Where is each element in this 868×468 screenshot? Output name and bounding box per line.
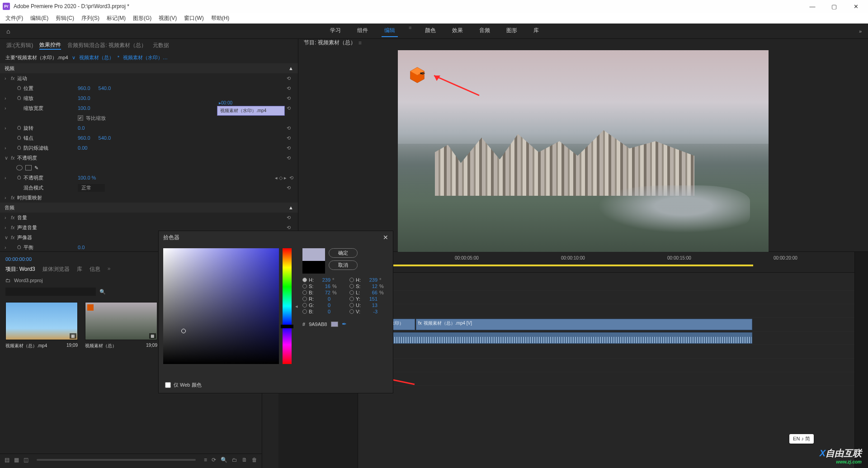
radio-y[interactable] xyxy=(349,297,354,301)
ws-tab-editing[interactable]: 编辑 xyxy=(382,25,398,37)
cancel-button[interactable]: 取消 xyxy=(329,260,358,270)
prop-time-remap[interactable]: 时间重映射 xyxy=(17,194,71,201)
rgb-g[interactable]: 0 xyxy=(317,303,330,308)
radio-r[interactable] xyxy=(302,297,307,301)
thumb-item[interactable]: ▦ 视频素材（总）.mp419;09 xyxy=(5,302,78,349)
ws-tab-effects[interactable]: 效果 xyxy=(449,25,466,37)
prop-volume[interactable]: 音量 xyxy=(17,214,71,221)
reset-icon[interactable]: ⟲ xyxy=(287,225,293,231)
eyedropper-icon[interactable]: ✒ xyxy=(342,321,347,327)
menu-edit[interactable]: 编辑(E) xyxy=(28,14,51,22)
close-icon[interactable]: ✕ xyxy=(383,234,388,241)
menu-clip[interactable]: 剪辑(C) xyxy=(53,14,77,22)
thumb-size-slider[interactable] xyxy=(37,459,196,461)
blend-mode-select[interactable]: 正常 xyxy=(78,184,105,192)
rect-mask-icon[interactable] xyxy=(25,165,32,170)
reset-icon[interactable]: ⟲ xyxy=(287,135,293,141)
ws-tab-audio[interactable]: 音频 xyxy=(476,25,493,37)
ellipse-mask-icon[interactable] xyxy=(16,165,23,170)
ws-tab-library[interactable]: 库 xyxy=(531,25,542,37)
menu-help[interactable]: 帮助(H) xyxy=(208,14,232,22)
project-search-input[interactable] xyxy=(5,288,96,296)
yuv-v[interactable]: -3 xyxy=(364,309,377,314)
yuv-y[interactable]: 151 xyxy=(364,296,377,302)
tab-media-browser[interactable]: 媒体浏览器 xyxy=(42,265,70,273)
anchor-x[interactable]: 960.0 xyxy=(78,135,90,141)
antiflicker-value[interactable]: 0.00 xyxy=(78,145,87,151)
reset-icon[interactable]: ⟲ xyxy=(287,95,293,101)
hsb-b[interactable]: 72 xyxy=(317,290,330,295)
color-field[interactable] xyxy=(163,248,279,364)
scale-w-value[interactable]: 100.0 xyxy=(78,105,90,111)
prop-panner[interactable]: 声像器 xyxy=(17,234,71,241)
automate-icon[interactable]: ⟳ xyxy=(212,457,216,463)
icon-view-icon[interactable]: ▦ xyxy=(14,457,19,463)
sort-icon[interactable]: ≡ xyxy=(204,457,207,463)
program-monitor[interactable]: ✒ xyxy=(298,47,868,262)
menu-graphic[interactable]: 图形(G) xyxy=(130,14,154,22)
rotation-value[interactable]: 0.0 xyxy=(78,125,85,131)
hsb-h[interactable]: 239 xyxy=(317,277,330,283)
find-icon[interactable]: 🔍 xyxy=(221,457,227,463)
tab-info[interactable]: 信息 xyxy=(90,265,100,273)
web-only-checkbox[interactable] xyxy=(165,382,171,388)
radio-u[interactable] xyxy=(349,303,354,307)
mini-timeline-clip[interactable]: 视频素材（水印）.mp4 xyxy=(217,106,285,116)
reset-icon[interactable]: ⟲ xyxy=(287,145,293,151)
menu-view[interactable]: 视图(V) xyxy=(156,14,179,22)
project-folder-name[interactable]: Word3.prproj xyxy=(14,278,42,283)
position-y[interactable]: 540.0 xyxy=(99,85,111,91)
color-indicator[interactable] xyxy=(181,329,186,333)
reset-icon[interactable]: ⟲ xyxy=(287,155,293,161)
ws-tab-color[interactable]: 颜色 xyxy=(422,25,439,37)
breadcrumb-clip[interactable]: 视频素材（水印）… xyxy=(123,54,168,61)
reset-icon[interactable]: ⟲ xyxy=(287,85,293,91)
ws-tab-graphics[interactable]: 图形 xyxy=(504,25,520,37)
tab-audio-mixer[interactable]: 音频剪辑混合器: 视频素材（总） xyxy=(67,42,146,49)
balance-value[interactable]: 0.0 xyxy=(78,245,85,250)
rgb-r[interactable]: 0 xyxy=(317,296,330,302)
tab-project[interactable]: 项目: Word3 xyxy=(5,265,35,273)
home-icon[interactable]: ⌂ xyxy=(0,28,16,35)
bin-icon[interactable]: 🗀 xyxy=(5,278,10,283)
timeline-clip-a1[interactable] xyxy=(360,332,752,344)
tab-libraries[interactable]: 库 xyxy=(77,265,82,273)
radio-bl[interactable] xyxy=(302,309,307,314)
radio-l[interactable] xyxy=(349,290,354,295)
search-icon[interactable]: 🔍 xyxy=(99,289,106,295)
pen-mask-icon[interactable]: ✎ xyxy=(34,165,41,170)
prop-opacity-header[interactable]: 不透明度 xyxy=(17,155,71,161)
new-bin-icon[interactable]: 🗀 xyxy=(232,457,237,463)
breadcrumb-seq[interactable]: 视频素材（总） xyxy=(79,54,114,61)
hue-slider[interactable] xyxy=(283,248,292,364)
hsb-s[interactable]: 16 xyxy=(317,284,330,289)
minimize-button[interactable]: — xyxy=(806,3,819,10)
trash-icon[interactable]: 🗑 xyxy=(252,457,257,463)
reset-icon[interactable]: ⟲ xyxy=(287,215,293,221)
menu-file[interactable]: 文件(F) xyxy=(3,14,26,22)
yuv-u[interactable]: 13 xyxy=(364,303,377,308)
hsl-l[interactable]: 66 xyxy=(364,290,377,295)
uniform-scale-checkbox[interactable]: ✓ xyxy=(78,115,83,121)
ws-tab-assembly[interactable]: 组件 xyxy=(354,25,371,37)
anchor-y[interactable]: 540.0 xyxy=(99,135,111,141)
rgb-b[interactable]: 0 xyxy=(317,309,330,314)
hex-value[interactable]: 9A9AB8 xyxy=(309,321,327,327)
reset-icon[interactable]: ⟲ xyxy=(287,76,293,81)
radio-g[interactable] xyxy=(302,303,307,307)
new-item-icon[interactable]: 🗎 xyxy=(242,457,247,463)
hsl-h[interactable]: 239 xyxy=(364,277,377,283)
radio-s2[interactable] xyxy=(349,284,354,288)
freeform-view-icon[interactable]: ◫ xyxy=(24,457,28,463)
ws-tab-learn[interactable]: 学习 xyxy=(327,25,344,37)
position-x[interactable]: 960.0 xyxy=(78,85,90,91)
maximize-button[interactable]: ▢ xyxy=(827,3,841,10)
hsl-s[interactable]: 12 xyxy=(364,284,377,289)
radio-s[interactable] xyxy=(302,284,307,288)
radio-v[interactable] xyxy=(349,309,354,314)
list-view-icon[interactable]: ▤ xyxy=(5,457,9,463)
reset-icon[interactable]: ⟲ xyxy=(287,185,293,191)
timeline-clip-v1b[interactable]: fx视频素材（总）.mp4 [V] xyxy=(416,319,752,330)
tab-source[interactable]: 源:(无剪辑) xyxy=(6,42,33,49)
prop-motion[interactable]: 运动 xyxy=(17,75,71,82)
